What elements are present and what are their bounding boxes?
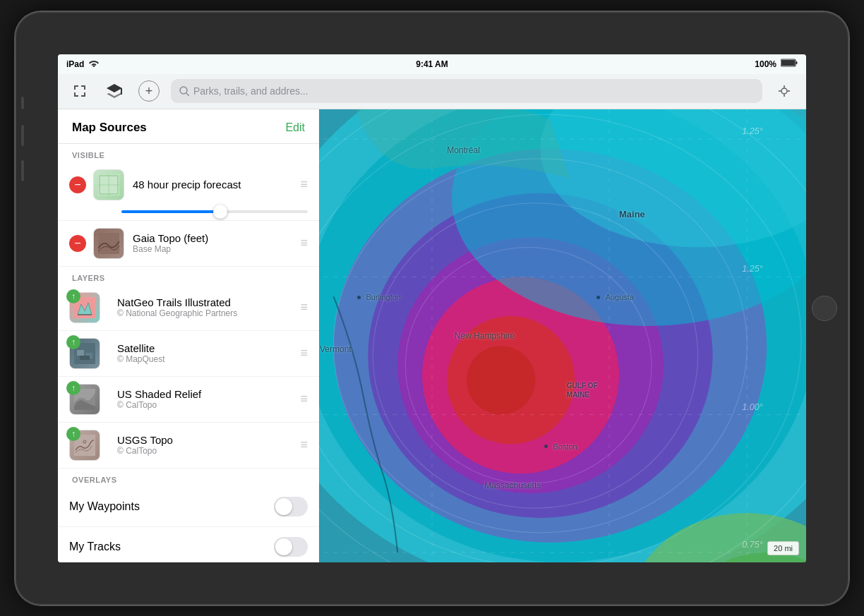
shaded-subtitle: © CalTopo [117, 400, 294, 410]
delete-48hr-button[interactable]: − [69, 176, 86, 193]
shaded-active-badge: ↑ [66, 381, 80, 395]
volume-down-button[interactable] [21, 160, 24, 181]
search-bar[interactable]: Parks, trails, and addres... [171, 79, 762, 103]
overlays-section-header: OVERLAYS [58, 469, 319, 487]
waypoints-toggle-knob [275, 498, 292, 515]
shaded-content: US Shaded Relief © CalTopo [117, 388, 294, 410]
boston-marker: Boston [544, 440, 577, 452]
waypoints-label: My Waypoints [69, 500, 274, 513]
svg-text:1.25°: 1.25° [742, 264, 762, 274]
satellite-title: Satellite [117, 342, 294, 354]
battery-percent: 100% [755, 59, 776, 69]
drag-handle-natgeo[interactable]: ≡ [300, 300, 308, 315]
status-time: 9:41 AM [416, 59, 448, 69]
layers-section-header: LAYERS [58, 267, 319, 285]
48hr-title: 48 hour precip forecast [133, 179, 294, 191]
toolbar: + Parks, trails, and addres... [58, 74, 806, 109]
gaia-topo-item[interactable]: − Gaia Topo (feet) Base Map ≡ [58, 221, 319, 267]
burlington-marker: Burlington [357, 290, 401, 303]
gaia-icon [93, 228, 124, 259]
gaia-subtitle: Base Map [133, 244, 294, 254]
ipad-screen: iPad 9:41 AM 100% + [58, 54, 806, 562]
svg-rect-44 [98, 233, 119, 254]
svg-text:0.75°: 0.75° [742, 539, 762, 549]
scale-bar: 20 mi [767, 541, 799, 555]
natgeo-title: NatGeo Trails Illustrated [117, 296, 294, 308]
shaded-icon-wrap: ↑ [69, 384, 100, 415]
gaia-title: Gaia Topo (feet) [133, 232, 294, 244]
waypoints-item[interactable]: My Waypoints [58, 487, 319, 527]
visible-section-header: VISIBLE [58, 144, 319, 162]
montreal-label: Montréal [447, 145, 480, 155]
gaia-content: Gaia Topo (feet) Base Map [133, 232, 294, 254]
svg-point-5 [781, 88, 787, 94]
usgs-title: USGS Topo [117, 434, 294, 446]
vermont-label: Vermont [320, 344, 352, 354]
status-left: iPad [66, 59, 100, 69]
augusta-marker: Augusta [596, 290, 634, 303]
opacity-slider-row[interactable] [58, 207, 319, 221]
svg-rect-50 [80, 356, 90, 360]
drag-handle-shaded[interactable]: ≡ [300, 392, 308, 406]
natgeo-subtitle: © National Geographic Partners [117, 308, 294, 318]
drag-handle-48hr[interactable]: ≡ [300, 177, 308, 192]
svg-point-18 [467, 345, 536, 414]
status-bar: iPad 9:41 AM 100% [58, 54, 806, 74]
edit-button[interactable]: Edit [285, 121, 305, 134]
status-right: 100% [755, 59, 798, 69]
satellite-item[interactable]: ↑ Satellite © MapQuest ≡ [58, 331, 319, 377]
natgeo-icon-wrap: ↑ [69, 292, 100, 323]
list-item[interactable]: − 48 hour precip forecast [58, 162, 319, 221]
delete-gaia-button[interactable]: − [69, 235, 86, 252]
tracks-toggle-knob [275, 538, 292, 555]
natgeo-content: NatGeo Trails Illustrated © National Geo… [117, 296, 294, 318]
panel-header: Map Sources Edit [58, 109, 319, 144]
location-button[interactable] [774, 80, 795, 102]
opacity-slider[interactable] [121, 210, 308, 213]
satellite-content: Satellite © MapQuest [117, 342, 294, 364]
volume-up-button[interactable] [21, 125, 24, 146]
svg-rect-2 [796, 61, 798, 64]
maine-label: Maine [619, 209, 645, 219]
natgeo-item[interactable]: ↑ NatGeo Trails Illustrated © National G… [58, 285, 319, 331]
plus-icon: + [145, 84, 153, 99]
home-button[interactable] [812, 296, 837, 321]
drag-handle-usgs[interactable]: ≡ [300, 437, 308, 452]
drag-handle-satellite[interactable]: ≡ [300, 346, 308, 361]
usgs-item[interactable]: ... ↑ USGS Topo © CalTopo ≡ [58, 423, 319, 469]
natgeo-active-badge: ↑ [66, 289, 80, 303]
slider-thumb[interactable] [213, 205, 227, 219]
panel-body[interactable]: VISIBLE − [58, 144, 319, 562]
silent-switch[interactable] [21, 97, 24, 109]
mass-label: Massachusetts [484, 481, 541, 490]
battery-icon [781, 59, 798, 69]
wifi-icon [88, 59, 100, 69]
add-source-button[interactable]: + [138, 80, 160, 102]
usgs-active-badge: ↑ [66, 427, 80, 441]
svg-text:...: ... [83, 440, 85, 444]
tracks-label: My Tracks [69, 540, 274, 553]
tracks-toggle[interactable] [274, 537, 308, 557]
waypoints-toggle[interactable] [274, 497, 308, 517]
48hr-content: 48 hour precip forecast [133, 179, 294, 191]
usgs-icon-wrap: ... ↑ [69, 430, 100, 461]
shaded-relief-item[interactable]: ↑ US Shaded Relief © CalTopo ≡ [58, 377, 319, 423]
svg-rect-48 [77, 350, 84, 356]
usgs-subtitle: © CalTopo [117, 446, 294, 456]
usgs-content: USGS Topo © CalTopo [117, 434, 294, 456]
panel-title: Map Sources [72, 121, 147, 135]
drag-handle-gaia[interactable]: ≡ [300, 236, 308, 250]
expand-button[interactable] [69, 80, 90, 102]
svg-point-3 [180, 87, 187, 94]
tracks-item[interactable]: My Tracks [58, 527, 319, 562]
ipad-label: iPad [66, 59, 84, 69]
satellite-active-badge: ↑ [66, 335, 80, 349]
layers-button[interactable] [102, 78, 127, 104]
search-placeholder: Parks, trails, and addres... [193, 85, 308, 97]
shaded-title: US Shaded Relief [117, 388, 294, 400]
ipad-frame: iPad 9:41 AM 100% + [16, 12, 848, 605]
map-sources-panel: Map Sources Edit VISIBLE − [58, 109, 319, 562]
svg-line-4 [186, 93, 189, 96]
slider-fill [121, 210, 224, 213]
48hr-icon [93, 169, 124, 200]
